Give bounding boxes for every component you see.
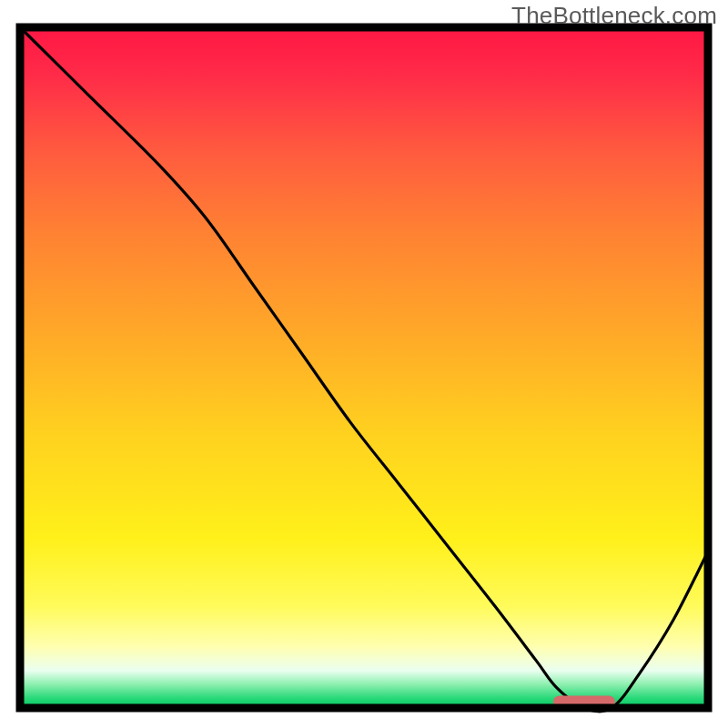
watermark-text: TheBottleneck.com xyxy=(511,2,717,30)
chart-frame: TheBottleneck.com xyxy=(0,0,728,728)
bottleneck-plot xyxy=(0,0,728,728)
